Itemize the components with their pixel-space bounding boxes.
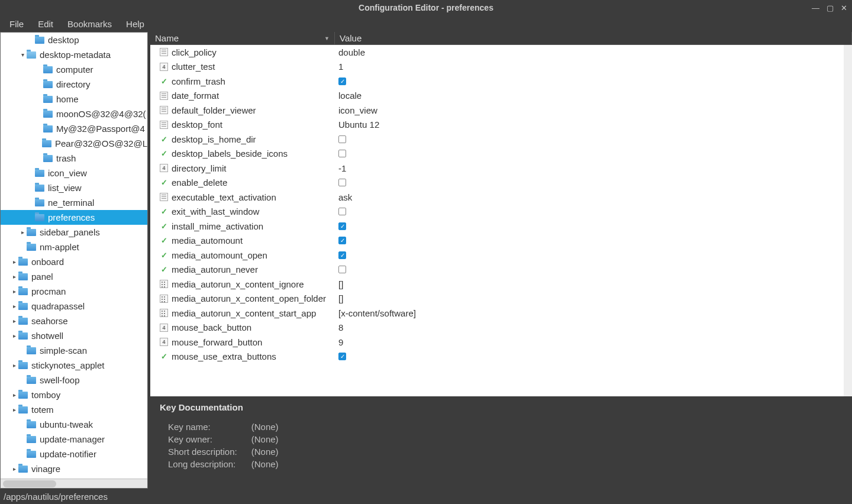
tree-item-seahorse[interactable]: ▸seahorse <box>1 314 147 328</box>
cell-value[interactable] <box>335 150 852 157</box>
expander-icon[interactable]: ▸ <box>10 303 18 309</box>
tree-hscrollbar[interactable] <box>1 479 147 488</box>
table-row[interactable]: desktop_fontUbuntu 12 <box>150 118 852 133</box>
table-row[interactable]: ✓exit_with_last_window <box>150 205 852 219</box>
close-icon[interactable]: ✕ <box>841 4 847 12</box>
table-row[interactable]: media_autorun_x_content_open_folder[] <box>150 292 852 306</box>
tree-item-swell-foop[interactable]: swell-foop <box>1 373 147 387</box>
tree-item-pear-32-os-32-l[interactable]: Pear@32@OS@32@L <box>1 136 147 151</box>
cell-value[interactable] <box>335 251 852 259</box>
cell-value[interactable]: locale <box>335 91 852 101</box>
expander-icon[interactable]: ▸ <box>18 229 27 235</box>
table-row[interactable]: date_formatlocale <box>150 89 852 104</box>
tree-item-computer[interactable]: computer <box>1 62 147 77</box>
cell-value[interactable]: 1 <box>335 62 852 72</box>
cell-value[interactable] <box>335 237 852 244</box>
tree-item-directory[interactable]: directory <box>1 77 147 92</box>
expander-icon[interactable]: ▸ <box>10 318 18 324</box>
tree-item-list-view[interactable]: list_view <box>1 180 147 195</box>
cell-value[interactable] <box>335 266 852 273</box>
table-row[interactable]: executable_text_activationask <box>150 190 852 205</box>
tree-item-home[interactable]: home <box>1 92 147 106</box>
checkbox[interactable] <box>338 135 346 143</box>
cell-value[interactable]: 9 <box>335 337 852 347</box>
tree[interactable]: desktop▾desktop-metadatacomputerdirector… <box>1 33 147 479</box>
checkbox[interactable] <box>338 77 346 85</box>
tree-item-vinagre[interactable]: ▸vinagre <box>1 461 147 476</box>
checkbox[interactable] <box>338 251 346 259</box>
cell-value[interactable]: ask <box>335 192 852 202</box>
table-body[interactable]: click_policydouble4clutter_test1✓confirm… <box>150 45 852 396</box>
tree-item-simple-scan[interactable]: simple-scan <box>1 343 147 358</box>
expander-icon[interactable]: ▸ <box>10 288 18 295</box>
cell-value[interactable]: -1 <box>335 163 852 173</box>
tree-item-panel[interactable]: ▸panel <box>1 269 147 284</box>
table-row[interactable]: 4clutter_test1 <box>150 60 852 75</box>
cell-value[interactable]: [x-content/software] <box>335 308 852 318</box>
expander-icon[interactable]: ▾ <box>18 51 27 58</box>
tree-item-tomboy[interactable]: ▸tomboy <box>1 387 147 402</box>
checkbox[interactable] <box>338 208 346 215</box>
tree-item-totem[interactable]: ▸totem <box>1 402 147 417</box>
table-row[interactable]: ✓media_automount <box>150 234 852 248</box>
expander-icon[interactable]: ▸ <box>10 259 18 265</box>
tree-item-preferences[interactable]: preferences <box>1 210 147 225</box>
table-row[interactable]: ✓enable_delete <box>150 176 852 190</box>
tree-item-quadrapassel[interactable]: ▸quadrapassel <box>1 299 147 314</box>
scrollbar-thumb[interactable] <box>3 480 56 487</box>
table-row[interactable]: ✓confirm_trash <box>150 74 852 89</box>
menu-help[interactable]: Help <box>120 18 150 30</box>
tree-item-shotwell[interactable]: ▸shotwell <box>1 328 147 343</box>
table-row[interactable]: media_autorun_x_content_ignore[] <box>150 277 852 292</box>
checkbox[interactable] <box>338 150 346 157</box>
tree-item-update-manager[interactable]: update-manager <box>1 432 147 447</box>
menu-bookmarks[interactable]: Bookmarks <box>62 18 118 30</box>
cell-value[interactable] <box>335 179 852 186</box>
expander-icon[interactable]: ▸ <box>10 273 18 280</box>
checkbox[interactable] <box>338 222 346 230</box>
expander-icon[interactable]: ▸ <box>10 466 18 472</box>
table-vscrollbar[interactable] <box>844 45 852 396</box>
tree-item-icon-view[interactable]: icon_view <box>1 166 147 180</box>
table-row[interactable]: ✓desktop_labels_beside_icons <box>150 147 852 161</box>
table-row[interactable]: ✓desktop_is_home_dir <box>150 132 852 147</box>
expander-icon[interactable]: ▸ <box>10 362 18 369</box>
table-row[interactable]: ✓mouse_use_extra_buttons <box>150 350 852 364</box>
table-row[interactable]: ✓install_mime_activation <box>150 219 852 234</box>
menu-file[interactable]: File <box>4 18 30 30</box>
table-row[interactable]: default_folder_viewericon_view <box>150 103 852 118</box>
tree-item-desktop[interactable]: desktop <box>1 33 147 47</box>
column-name[interactable]: Name ▼ <box>150 32 335 44</box>
cell-value[interactable] <box>335 77 852 85</box>
maximize-icon[interactable]: ▢ <box>827 4 834 12</box>
tree-item-procman[interactable]: ▸procman <box>1 284 147 299</box>
expander-icon[interactable]: ▸ <box>10 392 18 398</box>
minimize-icon[interactable]: — <box>812 4 819 12</box>
column-value[interactable]: Value <box>335 32 852 44</box>
checkbox[interactable] <box>338 266 346 273</box>
table-row[interactable]: ✓media_autorun_never <box>150 263 852 277</box>
checkbox[interactable] <box>338 353 346 360</box>
table-row[interactable]: 4directory_limit-1 <box>150 161 852 176</box>
cell-value[interactable]: [] <box>335 293 852 303</box>
tree-item-nm-applet[interactable]: nm-applet <box>1 240 147 254</box>
table-row[interactable]: 4mouse_forward_button9 <box>150 335 852 350</box>
tree-item-sidebar-panels[interactable]: ▸sidebar_panels <box>1 225 147 240</box>
expander-icon[interactable]: ▸ <box>10 406 18 413</box>
cell-value[interactable]: 8 <box>335 322 852 332</box>
table-row[interactable]: click_policydouble <box>150 45 852 60</box>
tree-item-onboard[interactable]: ▸onboard <box>1 254 147 269</box>
tree-item-moonos-32-4-32-[interactable]: moonOS@32@4@32( <box>1 106 147 121</box>
tree-item-desktop-metadata[interactable]: ▾desktop-metadata <box>1 47 147 62</box>
table-row[interactable]: ✓media_automount_open <box>150 248 852 263</box>
menu-edit[interactable]: Edit <box>32 18 59 30</box>
cell-value[interactable] <box>335 208 852 215</box>
tree-item-my-32-passport-4[interactable]: My@32@Passport@4 <box>1 121 147 136</box>
tree-item-update-notifier[interactable]: update-notifier <box>1 447 147 461</box>
checkbox[interactable] <box>338 237 346 244</box>
table-row[interactable]: media_autorun_x_content_start_app[x-cont… <box>150 306 852 321</box>
cell-value[interactable] <box>335 222 852 230</box>
cell-value[interactable]: [] <box>335 279 852 289</box>
tree-item-stickynotes-applet[interactable]: ▸stickynotes_applet <box>1 358 147 373</box>
expander-icon[interactable]: ▸ <box>10 332 18 339</box>
